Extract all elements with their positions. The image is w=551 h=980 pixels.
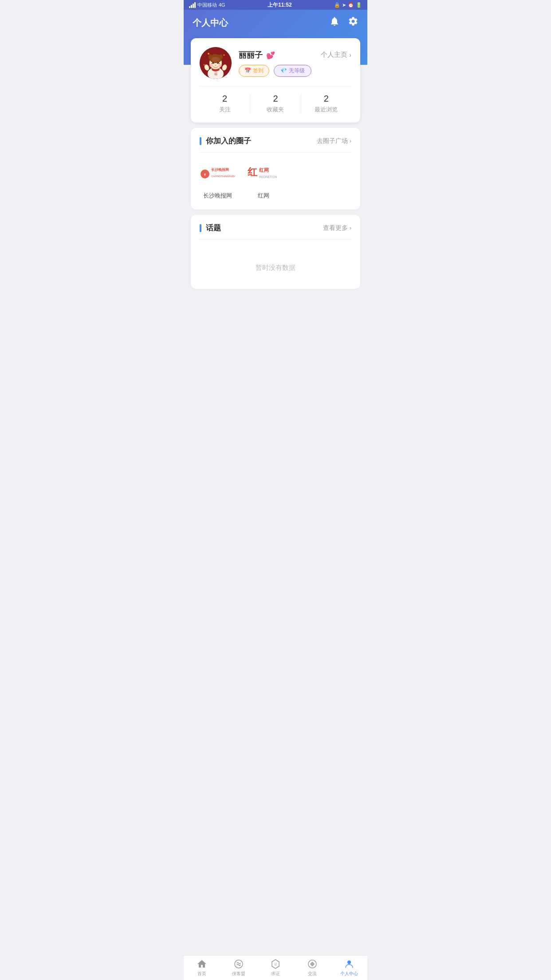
svg-point-14 [215,65,216,66]
svg-point-2 [224,55,225,56]
level-badge[interactable]: 💎 无等级 [274,65,311,77]
svg-point-1 [208,53,209,55]
status-right: 🔒 ➤ ⏰ 🔋 [334,2,362,8]
recent-count: 2 [301,94,351,104]
profile-card: 福 丽丽子 💕 个人主页 › 📅 签到 💎 [191,38,360,122]
topics-bar-icon [200,224,201,232]
following-count: 2 [200,94,250,104]
svg-text:REDNET.CN: REDNET.CN [259,175,277,178]
topics-empty-state: 暂时没有数据 [200,246,351,281]
topics-section: 话题 查看更多 › 暂时没有数据 [191,215,360,289]
circles-title-group: 你加入的圈子 [200,136,251,146]
topics-link[interactable]: 查看更多 › [323,224,351,232]
notification-icon[interactable] [329,16,340,29]
favorites-label: 收藏夹 [250,106,300,114]
profile-homepage-link[interactable]: 个人主页 › [321,51,351,59]
profile-name: 丽丽子 [239,51,263,59]
svg-text:e: e [204,172,206,177]
circle-name-changsha: 长沙晚报网 [203,192,232,200]
chevron-right-icon: › [349,51,351,59]
stat-favorites[interactable]: 2 收藏夹 [250,94,300,114]
empty-text: 暂时没有数据 [256,264,295,271]
circles-grid: e 长沙晚报网 CHANGSHAWANBAO 长沙晚报网 红 红网 REDNET… [200,159,351,202]
circle-item-rednet[interactable]: 红 红网 REDNET.CN 红网 [246,161,281,200]
topics-divider [200,239,351,240]
signal-icon [189,2,196,8]
circle-logo-changsha: e 长沙晚报网 CHANGSHAWANBAO [200,161,235,187]
circle-name-rednet: 红网 [258,192,269,200]
header-actions [329,16,358,29]
following-label: 关注 [200,106,250,114]
profile-divider [200,86,351,87]
circles-header: 你加入的圈子 去圈子广场 › [200,136,351,146]
svg-text:长沙晚报网: 长沙晚报网 [211,168,229,172]
profile-emoji: 💕 [266,51,275,59]
checkin-badge[interactable]: 📅 签到 [239,65,269,77]
circles-link[interactable]: 去圈子广场 › [317,137,351,145]
profile-badges: 📅 签到 💎 无等级 [239,65,351,77]
location-icon: ➤ [342,2,346,8]
avatar[interactable]: 福 [200,47,232,79]
svg-point-11 [211,57,220,62]
svg-text:红: 红 [247,166,258,178]
settings-icon[interactable] [348,16,358,29]
homepage-label: 个人主页 [321,51,347,59]
stats-row: 2 关注 2 收藏夹 2 最近浏览 [200,94,351,114]
topics-chevron-icon: › [350,225,351,231]
checkin-icon: 📅 [244,67,251,74]
circles-section: 你加入的圈子 去圈子广场 › e 长沙晚报网 CHANGSHAWANBAO 长沙… [191,128,360,209]
stat-recent[interactable]: 2 最近浏览 [301,94,351,114]
diamond-icon: 💎 [280,67,287,74]
svg-point-13 [218,63,222,67]
battery-icon: 🔋 [356,2,362,8]
chevron-icon: › [350,138,351,144]
profile-info: 丽丽子 💕 个人主页 › 📅 签到 💎 无等级 [239,50,351,77]
circles-title: 你加入的圈子 [206,136,251,146]
profile-top: 福 丽丽子 💕 个人主页 › 📅 签到 💎 [200,47,351,79]
topics-title: 话题 [206,223,221,233]
time-label: 上午11:52 [268,1,292,9]
svg-text:福: 福 [214,72,217,76]
lock-icon: 🔒 [334,2,340,8]
carrier-label: 中国移动 [197,2,217,8]
topics-link-label: 查看更多 [323,224,348,232]
recent-label: 最近浏览 [301,106,351,114]
favorites-count: 2 [250,94,300,104]
status-bar: 中国移动 4G 上午11:52 🔒 ➤ ⏰ 🔋 [184,0,367,10]
section-bar-icon [200,137,201,145]
profile-name-row: 丽丽子 💕 个人主页 › [239,50,351,60]
stat-following[interactable]: 2 关注 [200,94,250,114]
level-label: 无等级 [289,67,305,75]
page-title: 个人中心 [193,17,228,29]
topics-title-group: 话题 [200,223,221,233]
svg-point-3 [204,64,205,66]
status-left: 中国移动 4G [189,2,225,8]
circle-logo-rednet: 红 红网 REDNET.CN [246,161,281,187]
circle-item-changsha[interactable]: e 长沙晚报网 CHANGSHAWANBAO 长沙晚报网 [200,161,235,200]
svg-point-12 [209,63,213,67]
circles-divider [200,152,351,153]
checkin-label: 签到 [253,67,264,75]
svg-text:CHANGSHAWANBAO: CHANGSHAWANBAO [211,175,235,178]
svg-text:红网: 红网 [259,167,269,173]
circles-link-label: 去圈子广场 [317,137,348,145]
topics-header: 话题 查看更多 › [200,223,351,233]
profile-name-group: 丽丽子 💕 [239,50,275,60]
network-label: 4G [219,2,225,8]
alarm-icon: ⏰ [348,2,354,8]
